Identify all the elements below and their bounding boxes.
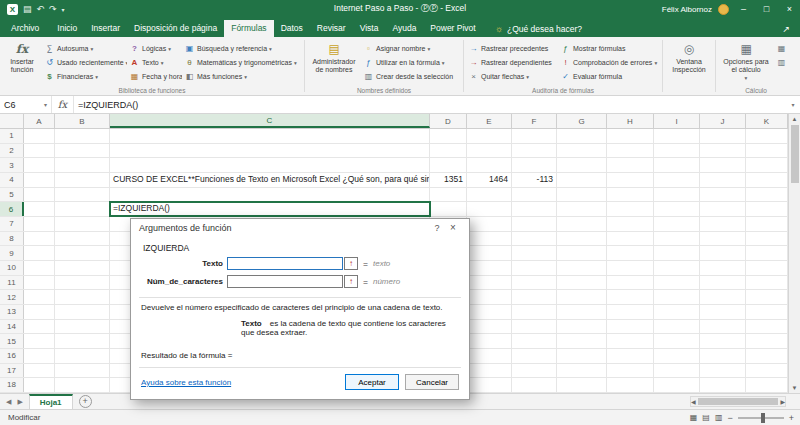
cell-F9[interactable]	[512, 246, 557, 260]
lookup-reference-button[interactable]: ▣ Búsqueda y referencia ▾	[182, 42, 300, 55]
dialog-help-button[interactable]: ?	[429, 223, 445, 233]
cell-J14[interactable]	[700, 320, 746, 334]
dialog-close-button[interactable]: ×	[445, 222, 461, 233]
cell-H15[interactable]	[607, 334, 654, 348]
cell-G11[interactable]	[557, 276, 607, 290]
vertical-scrollbar-thumb[interactable]	[791, 125, 799, 183]
row-header-13[interactable]: 13	[0, 305, 24, 319]
cell-F17[interactable]	[512, 364, 557, 378]
cell-E11[interactable]	[467, 276, 512, 290]
qat-customize-icon[interactable]: ▾	[62, 6, 65, 13]
row-header-4[interactable]: 4	[0, 173, 24, 187]
row-header-2[interactable]: 2	[0, 144, 24, 158]
cell-F8[interactable]	[512, 232, 557, 246]
tab-inicio[interactable]: Inicio	[50, 20, 84, 37]
column-header-E[interactable]: E	[467, 114, 512, 128]
cell-E9[interactable]	[467, 246, 512, 260]
cell-F11[interactable]	[512, 276, 557, 290]
cell-A1[interactable]	[24, 129, 55, 143]
cell-H14[interactable]	[607, 320, 654, 334]
cell-D4[interactable]: 1351	[430, 173, 467, 187]
cell-B6[interactable]	[55, 202, 110, 216]
cell-I7[interactable]	[654, 217, 700, 231]
cell-I1[interactable]	[654, 129, 700, 143]
cell-J18[interactable]	[700, 378, 746, 392]
calculate-sheet-button[interactable]: ▥	[774, 56, 790, 69]
cell-I13[interactable]	[654, 305, 700, 319]
cell-I6[interactable]	[654, 202, 700, 216]
more-functions-button[interactable]: ◧ Más funciones ▾	[182, 70, 300, 83]
cell-H8[interactable]	[607, 232, 654, 246]
cell-E7[interactable]	[467, 217, 512, 231]
row-header-16[interactable]: 16	[0, 349, 24, 363]
cell-I8[interactable]	[654, 232, 700, 246]
column-header-K[interactable]: K	[746, 114, 788, 128]
cell-A18[interactable]	[24, 378, 55, 392]
cell-C2[interactable]	[110, 144, 430, 158]
cell-A8[interactable]	[24, 232, 55, 246]
save-icon[interactable]: ▤	[23, 5, 32, 14]
cell-A10[interactable]	[24, 261, 55, 275]
cell-G10[interactable]	[557, 261, 607, 275]
add-sheet-button[interactable]: +	[79, 395, 92, 408]
cell-B5[interactable]	[55, 188, 110, 202]
watch-window-button[interactable]: ◎ Ventana Inspección	[665, 40, 713, 84]
cell-A9[interactable]	[24, 246, 55, 260]
cell-K1[interactable]	[746, 129, 788, 143]
cell-F18[interactable]	[512, 378, 557, 392]
cell-E17[interactable]	[467, 364, 512, 378]
cell-B3[interactable]	[55, 158, 110, 172]
cell-E3[interactable]	[467, 158, 512, 172]
row-header-5[interactable]: 5	[0, 188, 24, 202]
cell-A16[interactable]	[24, 349, 55, 363]
cell-G12[interactable]	[557, 290, 607, 304]
cell-G15[interactable]	[557, 334, 607, 348]
cell-G16[interactable]	[557, 349, 607, 363]
cell-G17[interactable]	[557, 364, 607, 378]
evaluate-formula-button[interactable]: ✓ Evaluar fórmula	[558, 70, 660, 83]
cell-K15[interactable]	[746, 334, 788, 348]
name-manager-button[interactable]: ▤ Administrador de nombres	[307, 40, 361, 84]
cell-F2[interactable]	[512, 144, 557, 158]
cell-F12[interactable]	[512, 290, 557, 304]
cell-K7[interactable]	[746, 217, 788, 231]
num-caracteres-range-picker-button[interactable]: ↑	[344, 275, 358, 288]
cell-H17[interactable]	[607, 364, 654, 378]
calculate-now-button[interactable]: ▦	[774, 42, 790, 55]
cell-G9[interactable]	[557, 246, 607, 260]
cell-B11[interactable]	[55, 276, 110, 290]
horizontal-scrollbar[interactable]: ◀ ▶	[690, 396, 786, 407]
define-name-button[interactable]: ▫ Asignar nombre ▾	[361, 42, 461, 55]
cell-G8[interactable]	[557, 232, 607, 246]
cell-J6[interactable]	[700, 202, 746, 216]
cell-H9[interactable]	[607, 246, 654, 260]
texto-input[interactable]	[227, 257, 343, 270]
insert-function-fx-button[interactable]: fx	[52, 96, 74, 113]
cell-B15[interactable]	[55, 334, 110, 348]
tab-insertar[interactable]: Insertar	[84, 20, 127, 37]
cell-K12[interactable]	[746, 290, 788, 304]
cell-G5[interactable]	[557, 188, 607, 202]
cell-K13[interactable]	[746, 305, 788, 319]
select-all-corner[interactable]	[0, 114, 24, 128]
cell-A4[interactable]	[24, 173, 55, 187]
help-link[interactable]: Ayuda sobre esta función	[141, 378, 231, 387]
cell-J5[interactable]	[700, 188, 746, 202]
cell-I15[interactable]	[654, 334, 700, 348]
cell-J8[interactable]	[700, 232, 746, 246]
cell-D1[interactable]	[430, 129, 467, 143]
cell-F15[interactable]	[512, 334, 557, 348]
cell-K2[interactable]	[746, 144, 788, 158]
cell-I10[interactable]	[654, 261, 700, 275]
close-button[interactable]: ×	[781, 0, 798, 18]
cell-D2[interactable]	[430, 144, 467, 158]
zoom-out-button[interactable]: −	[727, 413, 732, 423]
avatar[interactable]	[718, 4, 729, 15]
row-header-14[interactable]: 14	[0, 320, 24, 334]
cell-E4[interactable]: 1464	[467, 173, 512, 187]
error-checking-button[interactable]: ! Comprobación de errores ▾	[558, 56, 660, 69]
cell-K6[interactable]	[746, 202, 788, 216]
cell-J16[interactable]	[700, 349, 746, 363]
cell-A13[interactable]	[24, 305, 55, 319]
cell-H5[interactable]	[607, 188, 654, 202]
